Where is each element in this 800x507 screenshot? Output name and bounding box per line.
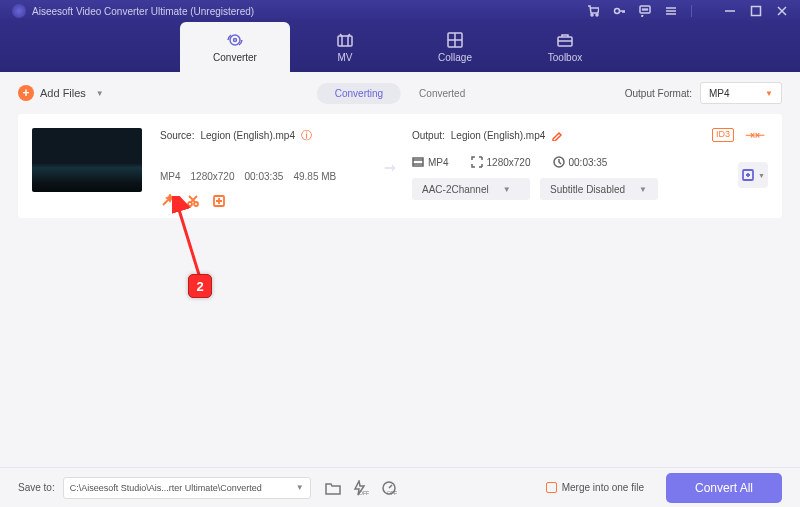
- tab-converting[interactable]: Converting: [317, 83, 401, 104]
- rename-icon[interactable]: [551, 129, 563, 141]
- clock-icon: [553, 156, 565, 168]
- convert-all-button[interactable]: Convert All: [666, 473, 782, 503]
- tab-label: Collage: [438, 52, 472, 63]
- compress-icon[interactable]: ⇥⇤: [742, 128, 768, 142]
- svg-point-14: [194, 202, 198, 206]
- collage-icon: [446, 31, 464, 49]
- divider: [691, 5, 692, 17]
- source-filename: Legion (English).mp4: [200, 130, 295, 141]
- menu-icon[interactable]: [665, 5, 677, 17]
- output-label: Output:: [412, 130, 445, 141]
- merge-checkbox[interactable]: Merge into one file: [546, 482, 644, 493]
- save-to-label: Save to:: [18, 482, 55, 493]
- chevron-down-icon: ▼: [503, 185, 511, 194]
- audio-track-select[interactable]: AAC-2Channel ▼: [412, 178, 530, 200]
- tab-label: Converter: [213, 52, 257, 63]
- chevron-down-icon: ▼: [296, 483, 304, 492]
- edit-tools: [160, 194, 378, 208]
- file-card: Source: Legion (English).mp4 ⓘ MP4 1280x…: [18, 114, 782, 218]
- tab-converter[interactable]: Converter: [180, 22, 290, 72]
- hw-accel-icon[interactable]: OFF: [353, 480, 369, 496]
- output-selects: AAC-2Channel ▼ Subtitle Disabled ▼: [412, 178, 768, 200]
- resolution-icon: [471, 156, 483, 168]
- chevron-down-icon: ▼: [765, 89, 773, 98]
- metadata-icon[interactable]: ID3: [712, 128, 734, 142]
- toolbar-row: + Add Files ▼ Converting Converted Outpu…: [18, 72, 782, 114]
- audio-track-value: AAC-2Channel: [422, 184, 489, 195]
- checkbox-icon: [546, 482, 557, 493]
- output-preset-button[interactable]: ▼: [738, 162, 768, 188]
- chevron-down-icon: ▼: [758, 172, 765, 179]
- output-duration: 00:03:35: [569, 157, 608, 168]
- tab-converted[interactable]: Converted: [401, 83, 483, 104]
- enhance-icon[interactable]: [212, 194, 226, 208]
- svg-point-13: [188, 202, 192, 206]
- high-speed-icon[interactable]: OFF: [381, 480, 397, 496]
- save-path-select[interactable]: C:\Aiseesoft Studio\Ais...rter Ultimate\…: [63, 477, 311, 499]
- film-icon: [412, 156, 424, 168]
- output-meta: MP4 1280x720 00:03:35: [412, 156, 768, 168]
- status-tabs: Converting Converted: [317, 83, 484, 104]
- cart-icon[interactable]: [587, 5, 599, 17]
- source-column: Source: Legion (English).mp4 ⓘ MP4 1280x…: [160, 128, 378, 208]
- add-files-label: Add Files: [40, 87, 86, 99]
- source-size: 49.85 MB: [293, 171, 336, 182]
- toolbox-icon: [556, 31, 574, 49]
- source-meta: MP4 1280x720 00:03:35 49.85 MB: [160, 171, 378, 182]
- tab-collage[interactable]: Collage: [400, 22, 510, 72]
- output-badges: ID3 ⇥⇤: [712, 128, 768, 142]
- app-logo-icon: [12, 4, 26, 18]
- work-area: + Add Files ▼ Converting Converted Outpu…: [0, 72, 800, 467]
- add-files-button[interactable]: + Add Files ▼: [18, 85, 104, 101]
- maximize-icon[interactable]: [750, 5, 762, 17]
- svg-point-1: [596, 14, 598, 16]
- source-format: MP4: [160, 171, 181, 182]
- chevron-down-icon: ▼: [639, 185, 647, 194]
- window-title: Aiseesoft Video Converter Ultimate (Unre…: [32, 6, 254, 17]
- tab-label: MV: [338, 52, 353, 63]
- subtitle-value: Subtitle Disabled: [550, 184, 625, 195]
- svg-point-8: [230, 35, 240, 45]
- title-bar: Aiseesoft Video Converter Ultimate (Unre…: [0, 0, 800, 22]
- svg-rect-16: [413, 158, 423, 166]
- arrow-divider: [378, 128, 406, 208]
- key-icon[interactable]: [613, 5, 625, 17]
- tab-mv[interactable]: MV: [290, 22, 400, 72]
- svg-point-5: [645, 9, 646, 10]
- svg-point-4: [643, 9, 644, 10]
- preset-icon: [741, 168, 755, 182]
- source-duration: 00:03:35: [245, 171, 284, 182]
- plus-icon: +: [18, 85, 34, 101]
- feedback-icon[interactable]: [639, 5, 651, 17]
- output-format-value: MP4: [709, 88, 730, 99]
- svg-text:OFF: OFF: [359, 490, 369, 496]
- output-format: MP4: [428, 157, 449, 168]
- subtitle-select[interactable]: Subtitle Disabled ▼: [540, 178, 658, 200]
- merge-label: Merge into one file: [562, 482, 644, 493]
- svg-point-2: [615, 9, 620, 14]
- cut-icon[interactable]: [186, 194, 200, 208]
- chevron-down-icon: ▼: [96, 89, 104, 98]
- open-folder-icon[interactable]: [325, 480, 341, 496]
- source-resolution: 1280x720: [191, 171, 235, 182]
- output-format-label: Output Format:: [625, 88, 692, 99]
- svg-rect-10: [338, 36, 352, 46]
- svg-point-0: [591, 14, 593, 16]
- minimize-icon[interactable]: [724, 5, 736, 17]
- convert-label: Convert All: [695, 481, 753, 495]
- output-format-group: Output Format: MP4 ▼: [625, 82, 782, 104]
- tab-toolbox[interactable]: Toolbox: [510, 22, 620, 72]
- output-format-select[interactable]: MP4 ▼: [700, 82, 782, 104]
- svg-point-9: [234, 39, 237, 42]
- output-column: Output: Legion (English).mp4 ID3 ⇥⇤ MP4 …: [412, 128, 768, 208]
- video-thumbnail[interactable]: [32, 128, 142, 192]
- tab-label: Toolbox: [548, 52, 582, 63]
- info-icon[interactable]: ⓘ: [301, 128, 312, 143]
- close-icon[interactable]: [776, 5, 788, 17]
- footer-bar: Save to: C:\Aiseesoft Studio\Ais...rter …: [0, 467, 800, 507]
- svg-rect-7: [752, 7, 761, 16]
- magic-wand-icon[interactable]: [160, 194, 174, 208]
- output-filename: Legion (English).mp4: [451, 130, 546, 141]
- mv-icon: [336, 31, 354, 49]
- svg-point-6: [647, 9, 648, 10]
